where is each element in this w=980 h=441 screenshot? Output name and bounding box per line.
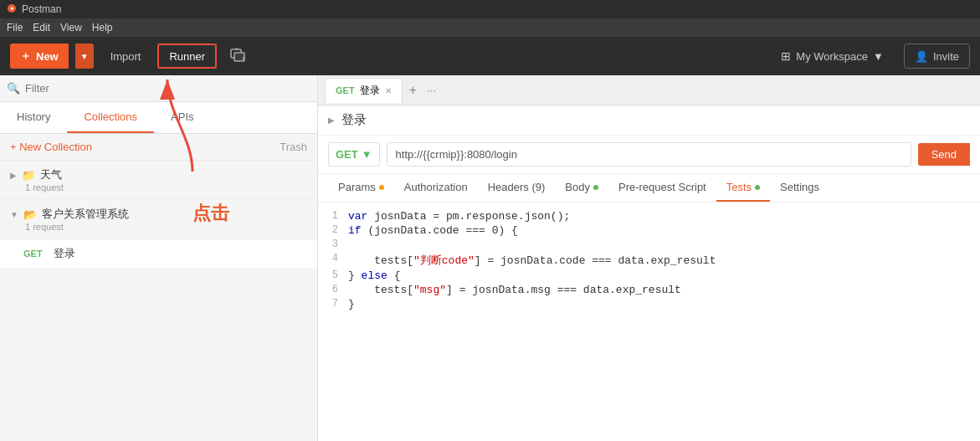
code-line-3: 3	[318, 238, 980, 252]
code-editor[interactable]: 1 var josnData = pm.response.json(); 2 i…	[318, 203, 980, 441]
tab-settings[interactable]: Settings	[770, 174, 829, 202]
request-method: GET	[23, 249, 47, 259]
menu-help[interactable]: Help	[92, 22, 113, 33]
line-content-3	[348, 238, 355, 251]
app-title: Postman	[22, 3, 61, 15]
svg-rect-3	[234, 53, 244, 61]
line-content-1: var josnData = pm.response.json();	[348, 210, 570, 223]
collection-crm[interactable]: ▼ 📂 客户关系管理系统 1 request	[0, 200, 317, 239]
line-num-2: 2	[318, 224, 348, 236]
menu-bar: File Edit View Help	[0, 18, 980, 37]
new-dropdown-button[interactable]: ▼	[75, 44, 94, 69]
workspace-button[interactable]: ⊞ My Workspace ▼	[771, 44, 894, 69]
toolbar-right: ⊞ My Workspace ▼ 👤 Invite	[771, 44, 970, 69]
line-content-6: tests["msg"] = josnData.msg === data.exp…	[348, 284, 681, 296]
body-dot	[593, 185, 598, 190]
tests-dot	[755, 185, 760, 190]
chevron-right-icon: ▶	[10, 171, 17, 180]
line-num-3: 3	[318, 238, 348, 250]
body-label: Body	[565, 181, 590, 193]
import-button[interactable]: Import	[100, 44, 151, 69]
params-dot	[379, 185, 384, 190]
request-name-bar: ▶ 登录	[318, 105, 980, 136]
code-line-2: 2 if (josnData.code === 0) {	[318, 223, 980, 238]
line-num-1: 1	[318, 210, 348, 222]
menu-edit[interactable]: Edit	[33, 22, 50, 33]
code-line-1: 1 var josnData = pm.response.json();	[318, 209, 980, 223]
plus-icon: ＋	[20, 49, 31, 64]
line-num-6: 6	[318, 284, 348, 295]
code-line-5: 5 } else {	[318, 269, 980, 283]
chevron-down-icon: ▼	[873, 50, 884, 63]
request-tab-login[interactable]: GET 登录 ✕	[325, 78, 403, 103]
tab-apis[interactable]: APIs	[154, 102, 210, 133]
new-button[interactable]: ＋ New	[10, 44, 69, 69]
request-section-name: 登录	[341, 112, 367, 128]
sidebar: 🔍 History Collections APIs + New Collect…	[0, 75, 318, 441]
method-value: GET	[336, 148, 358, 161]
folder-icon: 📁	[22, 169, 35, 182]
chevron-down-icon: ▼	[10, 210, 18, 219]
line-num-7: 7	[318, 298, 348, 310]
line-content-4: tests["判断code"] = josnData.code === data…	[348, 253, 716, 268]
person-icon: 👤	[915, 50, 928, 63]
right-panel: GET 登录 ✕ + ··· ▶ 登录 GET ▼ Send	[318, 75, 980, 441]
request-tabs: GET 登录 ✕ + ···	[318, 75, 980, 105]
invite-button[interactable]: 👤 Invite	[904, 44, 970, 69]
tests-label: Tests	[726, 181, 752, 193]
tab-name: 登录	[360, 84, 380, 98]
line-content-2: if (josnData.code === 0) {	[348, 224, 518, 237]
new-collection-button[interactable]: + New Collection	[10, 141, 92, 153]
tab-authorization[interactable]: Authorization	[394, 174, 478, 202]
tab-close-icon[interactable]: ✕	[385, 86, 392, 95]
filter-input[interactable]	[25, 82, 310, 95]
sidebar-search: 🔍	[0, 75, 317, 102]
line-content-5: } else {	[348, 269, 400, 282]
trash-button[interactable]: Trash	[280, 141, 307, 153]
more-tabs-button[interactable]: ···	[423, 84, 439, 96]
code-line-4: 4 tests["判断code"] = josnData.code === da…	[318, 252, 980, 269]
tab-prerequest[interactable]: Pre-request Script	[608, 174, 716, 202]
url-bar: GET ▼ Send	[318, 136, 980, 174]
workspace-label: My Workspace	[796, 50, 868, 63]
collection-crm-name: 客户关系管理系统	[42, 207, 129, 222]
prerequest-label: Pre-request Script	[618, 181, 706, 193]
grid-icon: ⊞	[781, 49, 791, 63]
menu-view[interactable]: View	[60, 22, 82, 33]
params-label: Params	[338, 181, 376, 193]
main-layout: 🔍 History Collections APIs + New Collect…	[0, 75, 980, 441]
headers-label: Headers (9)	[488, 181, 546, 193]
tab-method-badge: GET	[336, 85, 355, 95]
settings-label: Settings	[780, 181, 819, 193]
tab-history[interactable]: History	[0, 102, 67, 133]
invite-label: Invite	[933, 50, 959, 63]
menu-file[interactable]: File	[7, 22, 23, 33]
folder-open-icon: 📂	[23, 208, 37, 221]
tab-headers[interactable]: Headers (9)	[478, 174, 556, 202]
app-icon: ✦	[7, 3, 17, 16]
method-selector[interactable]: GET ▼	[328, 142, 380, 167]
new-collection-bar: + New Collection Trash	[0, 134, 317, 161]
tab-params[interactable]: Params	[328, 174, 394, 202]
collection-weather[interactable]: ▶ 📁 天气 1 request	[0, 161, 317, 200]
url-input[interactable]	[387, 142, 911, 167]
new-label: New	[36, 50, 59, 63]
search-icon: 🔍	[7, 82, 20, 95]
sidebar-tabs: History Collections APIs	[0, 102, 317, 134]
add-tab-button[interactable]: +	[404, 83, 422, 98]
line-content-7: }	[348, 298, 355, 310]
request-login-name: 登录	[54, 246, 75, 261]
line-num-4: 4	[318, 253, 348, 264]
authorization-label: Authorization	[404, 181, 468, 193]
title-bar: ✦ Postman	[0, 0, 980, 18]
runner-button[interactable]: Runner	[157, 44, 217, 69]
send-button[interactable]: Send	[918, 143, 970, 166]
toolbar: ＋ New ▼ Import Runner ⊞ My Workspace ▼ 👤…	[0, 37, 980, 75]
sync-button[interactable]	[223, 44, 252, 69]
request-login[interactable]: GET 登录	[0, 239, 317, 268]
code-line-6: 6 tests["msg"] = josnData.msg === data.e…	[318, 283, 980, 297]
tab-tests[interactable]: Tests	[716, 174, 770, 202]
param-tabs: Params Authorization Headers (9) Body Pr…	[318, 174, 980, 203]
tab-collections[interactable]: Collections	[67, 102, 154, 133]
tab-body[interactable]: Body	[555, 174, 608, 202]
